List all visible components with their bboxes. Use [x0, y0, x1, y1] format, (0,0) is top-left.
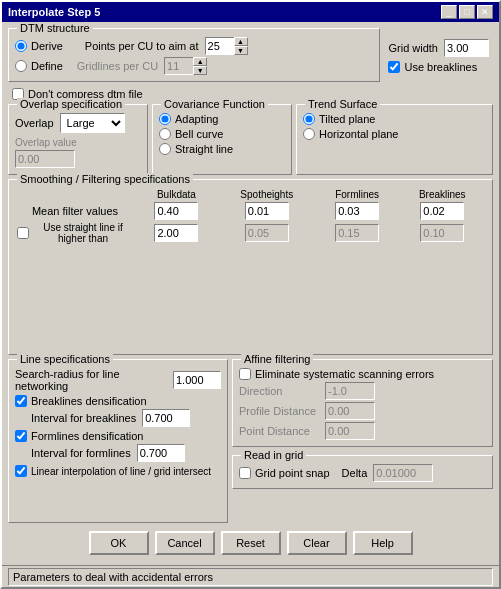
title-bar: Interpolate Step 5 _ □ ✕ [2, 2, 499, 22]
sl-break-input[interactable] [420, 224, 464, 242]
status-text: Parameters to deal with accidental error… [8, 568, 493, 586]
formlines-dens-label[interactable]: Formlines densification [15, 430, 144, 442]
sl-form-input[interactable] [335, 224, 379, 242]
horizontal-plane-radio[interactable] [303, 128, 315, 140]
overlap-group: Overlap specification Overlap Large Medi… [8, 104, 148, 175]
sl-spots-input[interactable] [245, 224, 289, 242]
help-button[interactable]: Help [353, 531, 413, 555]
adapting-label[interactable]: Adapting [159, 113, 285, 125]
mean-spots-input[interactable] [245, 202, 289, 220]
dtm-structure-group: DTM structure Derive Points per CU to ai… [8, 28, 380, 82]
trend-label: Trend Surface [305, 98, 380, 110]
col-bulkdata: Bulkdata [135, 188, 218, 201]
window-title: Interpolate Step 5 [8, 6, 100, 18]
status-bar: Parameters to deal with accidental error… [2, 565, 499, 587]
use-breaklines-checkbox[interactable] [388, 61, 400, 73]
mean-break-input[interactable] [420, 202, 464, 220]
overlap-value-input[interactable] [15, 150, 75, 168]
button-row: OK Cancel Reset Clear Help [8, 527, 493, 559]
affine-label: Affine filtering [241, 353, 313, 365]
gridlines-per-cu-input[interactable] [164, 57, 194, 75]
delta-input[interactable] [373, 464, 433, 482]
define-radio[interactable] [15, 60, 27, 72]
interval-breaklines-input[interactable] [142, 409, 190, 427]
covariance-label: Covariance Function [161, 98, 268, 110]
maximize-button[interactable]: □ [459, 5, 475, 19]
straight-line-label[interactable]: Straight line [159, 143, 285, 155]
line-spec-group: Line specifications Search-radius for li… [8, 359, 228, 523]
horizontal-plane-label[interactable]: Horizontal plane [303, 128, 486, 140]
search-radius-input[interactable] [173, 371, 221, 389]
reset-button[interactable]: Reset [221, 531, 281, 555]
points-per-cu-spinner[interactable]: ▲ ▼ [234, 37, 248, 55]
main-window: Interpolate Step 5 _ □ ✕ DTM structure D… [0, 0, 501, 589]
eliminate-label[interactable]: Eliminate systematic scanning errors [239, 368, 434, 380]
tilted-plane-radio[interactable] [303, 113, 315, 125]
minimize-button[interactable]: _ [441, 5, 457, 19]
point-dist-input[interactable] [325, 422, 375, 440]
grid-snap-label[interactable]: Grid point snap [239, 467, 330, 479]
trend-surface-group: Trend Surface Tilted plane Horizontal pl… [296, 104, 493, 175]
define-radio-label[interactable]: Define [15, 60, 63, 72]
bell-curve-label[interactable]: Bell curve [159, 128, 285, 140]
eliminate-checkbox[interactable] [239, 368, 251, 380]
mean-filter-label: Mean filter values [15, 201, 135, 221]
grid-width-area: Grid width Use breaklines [384, 28, 493, 82]
formlines-dens-checkbox[interactable] [15, 430, 27, 442]
use-breaklines-label[interactable]: Use breaklines [388, 61, 489, 73]
grid-width-input[interactable] [444, 39, 489, 57]
mean-form-input[interactable] [335, 202, 379, 220]
covariance-group: Covariance Function Adapting Bell curve … [152, 104, 292, 175]
interval-formlines-input[interactable] [137, 444, 185, 462]
mean-bulk-input[interactable] [154, 202, 198, 220]
affine-group: Affine filtering Eliminate systematic sc… [232, 359, 493, 447]
smoothing-group: Smoothing / Filtering specifications Bul… [8, 179, 493, 355]
ok-button[interactable]: OK [89, 531, 149, 555]
straight-line-filter-checkbox[interactable] [17, 227, 29, 239]
linear-interp-label[interactable]: Linear interpolation of line / grid inte… [15, 465, 211, 477]
col-formlines: Formlines [316, 188, 399, 201]
clear-button[interactable]: Clear [287, 531, 347, 555]
derive-radio[interactable] [15, 40, 27, 52]
profile-dist-input[interactable] [325, 402, 375, 420]
linear-interp-checkbox[interactable] [15, 465, 27, 477]
straight-line-filter-label[interactable]: Use straight line if higher than [17, 222, 133, 244]
straight-line-radio[interactable] [159, 143, 171, 155]
smoothing-label: Smoothing / Filtering specifications [17, 173, 193, 185]
direction-input[interactable] [325, 382, 375, 400]
line-spec-label: Line specifications [17, 353, 113, 365]
overlap-label: Overlap specification [17, 98, 125, 110]
points-per-cu-input[interactable] [205, 37, 235, 55]
col-breaklines: Breaklines [399, 188, 486, 201]
sl-bulk-input[interactable] [154, 224, 198, 242]
read-in-grid-label: Read in grid [241, 449, 306, 461]
derive-radio-label[interactable]: Derive [15, 40, 63, 52]
col-spotheights: Spotheights [218, 188, 316, 201]
close-button[interactable]: ✕ [477, 5, 493, 19]
tilted-plane-label[interactable]: Tilted plane [303, 113, 486, 125]
grid-snap-checkbox[interactable] [239, 467, 251, 479]
window-controls: _ □ ✕ [441, 5, 493, 19]
overlap-select[interactable]: Large Medium Small [60, 113, 125, 133]
gridlines-per-cu-spinner[interactable]: ▲ ▼ [193, 57, 207, 75]
adapting-radio[interactable] [159, 113, 171, 125]
bell-curve-radio[interactable] [159, 128, 171, 140]
breaklines-dens-label[interactable]: Breaklines densification [15, 395, 147, 407]
cancel-button[interactable]: Cancel [155, 531, 215, 555]
dtm-label: DTM structure [17, 22, 93, 34]
breaklines-dens-checkbox[interactable] [15, 395, 27, 407]
read-in-grid-group: Read in grid Grid point snap Delta [232, 455, 493, 489]
